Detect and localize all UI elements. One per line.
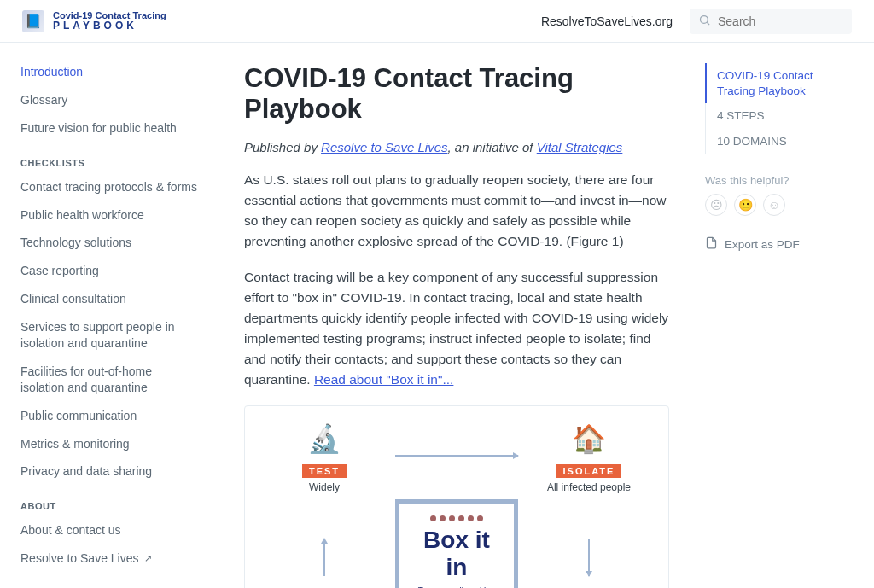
search-box[interactable]: ⌘+K xyxy=(690,9,852,34)
right-rail: COVID-19 Contact Tracing Playbook 4 STEP… xyxy=(695,43,874,588)
toc: COVID-19 Contact Tracing Playbook 4 STEP… xyxy=(705,63,859,154)
sidebar-item-clinical[interactable]: Clinical consultation xyxy=(14,285,204,313)
sidebar-item-glossary[interactable]: Glossary xyxy=(14,86,204,114)
sidebar-item-communication[interactable]: Public communication xyxy=(14,402,204,430)
doctor-icon: 🔬 xyxy=(304,418,345,459)
arrow-right-icon xyxy=(395,455,518,457)
header: 📘 Covid-19 Contact Tracing PLAYBOOK Reso… xyxy=(0,0,874,43)
sidebar-item-privacy[interactable]: Privacy and data sharing xyxy=(14,457,204,486)
sidebar-item-technology[interactable]: Technology solutions xyxy=(14,229,204,257)
book-icon: 📘 xyxy=(22,10,44,32)
initiative-link[interactable]: Vital Strategies xyxy=(537,140,623,154)
sidebar-item-protocols[interactable]: Contact tracing protocols & forms xyxy=(14,173,204,201)
sidebar-item-about-contact[interactable]: About & contact us xyxy=(14,516,204,544)
feedback-happy[interactable]: ☺ xyxy=(763,194,785,216)
toc-item-steps[interactable]: 4 STEPS xyxy=(705,103,859,129)
external-link-icon: ↗ xyxy=(144,552,152,565)
intro-paragraph-1: As U.S. states roll out plans to gradual… xyxy=(244,170,669,252)
pdf-icon xyxy=(705,236,718,252)
sidebar-item-workforce[interactable]: Public health workforce xyxy=(14,201,204,230)
logo[interactable]: 📘 Covid-19 Contact Tracing PLAYBOOK xyxy=(22,10,166,32)
sidebar-item-introduction[interactable]: Introduction xyxy=(14,58,204,86)
org-link[interactable]: ResolveToSaveLives.org xyxy=(541,15,673,28)
arrow-down-icon xyxy=(588,539,590,576)
box-it-in-link[interactable]: Read about "Box it in"... xyxy=(314,372,454,387)
virus-icon xyxy=(427,515,487,521)
svg-point-0 xyxy=(701,15,708,23)
svg-line-1 xyxy=(707,22,709,25)
arrow-up-icon xyxy=(323,539,325,576)
export-pdf[interactable]: Export as PDF xyxy=(705,236,859,252)
node-test: 🔬 TEST Widely xyxy=(302,418,347,493)
sidebar-item-isolation-services[interactable]: Services to support people in isolation … xyxy=(14,313,204,358)
main-content: COVID-19 Contact Tracing Playbook Publis… xyxy=(218,43,695,588)
node-isolate: 🏠 ISOLATE All infected people xyxy=(547,418,631,493)
helpful-prompt: Was this helpful? xyxy=(705,174,859,187)
figure-box-it-in: 🔬 TEST Widely 🏠 ISOLATE All infected peo… xyxy=(244,405,669,588)
feedback-sad[interactable]: ☹ xyxy=(705,194,727,216)
sidebar: Introduction Glossary Future vision for … xyxy=(0,43,218,588)
toc-item-domains[interactable]: 10 DOMAINS xyxy=(705,129,859,154)
sidebar-section-checklists: CHECKLISTS xyxy=(14,143,204,173)
sidebar-item-future-vision[interactable]: Future vision for public health xyxy=(14,114,204,143)
logo-subtitle: PLAYBOOK xyxy=(53,20,166,32)
sidebar-item-metrics[interactable]: Metrics & monitoring xyxy=(14,430,204,458)
sidebar-item-facilities[interactable]: Facilities for out-of-home isolation and… xyxy=(14,358,204,402)
toc-item-playbook[interactable]: COVID-19 Contact Tracing Playbook xyxy=(705,63,859,103)
page-title: COVID-19 Contact Tracing Playbook xyxy=(244,63,669,125)
sidebar-section-about: ABOUT xyxy=(14,486,204,516)
feedback-neutral[interactable]: 😐 xyxy=(734,194,756,216)
center-box: Box it in To get us all working again xyxy=(395,499,518,588)
sidebar-item-resolve[interactable]: Resolve to Save Lives ↗ xyxy=(14,544,204,573)
search-icon xyxy=(698,14,711,29)
intro-paragraph-2: Contact tracing will be a key component … xyxy=(244,267,669,390)
published-by: Published by Resolve to Save Lives, an i… xyxy=(244,140,669,154)
search-input[interactable] xyxy=(718,15,867,28)
house-icon: 🏠 xyxy=(568,418,609,459)
sidebar-item-case-reporting[interactable]: Case reporting xyxy=(14,257,204,285)
publisher-link[interactable]: Resolve to Save Lives xyxy=(321,140,447,154)
